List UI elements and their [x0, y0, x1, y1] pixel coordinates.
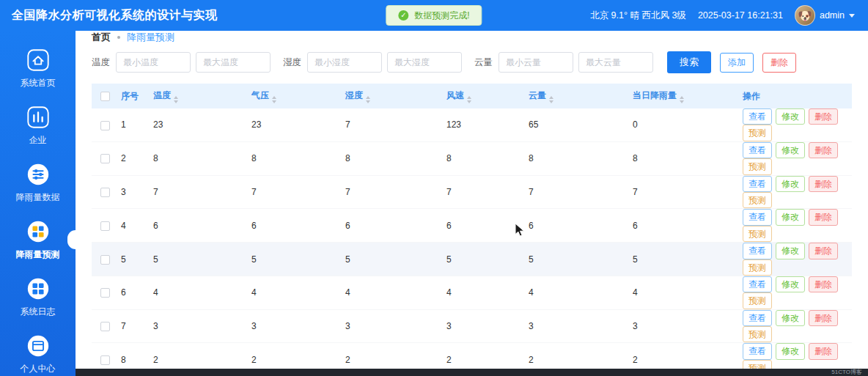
row-checkbox[interactable] [100, 121, 110, 130]
predict-row-button[interactable]: 预测 [743, 292, 772, 309]
sort-icon[interactable] [549, 96, 553, 103]
row-checkbox[interactable] [100, 288, 110, 298]
table-cell: 3 [630, 309, 740, 343]
delete-row-button[interactable]: 删除 [809, 176, 838, 192]
sidebar-item-home[interactable]: 系统首页 [0, 40, 76, 97]
table-cell: 5 [342, 243, 444, 276]
predict-row-button[interactable]: 预测 [743, 158, 772, 174]
min-cloud-input[interactable] [499, 52, 573, 73]
grid-color-icon [26, 219, 51, 244]
table-cell: 4 [444, 276, 526, 309]
table-cell: 7 [342, 108, 444, 141]
table-cell: 6 [150, 209, 249, 243]
select-all-checkbox[interactable] [100, 92, 110, 101]
edit-row-button[interactable]: 修改 [776, 276, 805, 292]
predict-row-button[interactable]: 预测 [743, 326, 772, 342]
edit-row-button[interactable]: 修改 [776, 142, 805, 158]
table-cell: 4 [342, 276, 444, 309]
table-cell: 3 [342, 309, 444, 343]
delete-row-button[interactable]: 删除 [809, 108, 838, 125]
delete-button[interactable]: 删除 [762, 53, 796, 73]
table-row: 7333333查看修改删除预测 [92, 309, 852, 343]
row-checkbox[interactable] [100, 322, 110, 331]
breadcrumb-home[interactable]: 首页 [92, 31, 111, 44]
min-humidity-input[interactable] [307, 52, 382, 73]
edit-row-button[interactable]: 修改 [776, 310, 805, 326]
predict-row-button[interactable]: 预测 [743, 125, 772, 141]
row-checkbox[interactable] [100, 255, 110, 265]
table-row: 4666666查看修改删除预测 [92, 209, 852, 243]
sidebar-item-system-log[interactable]: 系统日志 [0, 268, 76, 325]
table-cell: 8 [249, 141, 342, 175]
weather-info: 北京 9.1° 晴 西北风 3级 [590, 10, 686, 22]
table-cell: 6 [118, 276, 150, 309]
max-temperature-input[interactable] [196, 52, 271, 73]
row-checkbox[interactable] [100, 154, 110, 163]
sort-icon[interactable] [680, 96, 684, 103]
sidebar-item-rainfall-data[interactable]: 降雨量数据 [0, 154, 76, 211]
view-row-button[interactable]: 查看 [743, 310, 772, 326]
success-check-icon: ✓ [398, 10, 408, 21]
top-header: 全国降水分析可视化系统的设计与实现 ✓ 数据预测完成! 北京 9.1° 晴 西北… [0, 0, 868, 31]
predict-row-button[interactable]: 预测 [743, 226, 772, 242]
edit-row-button[interactable]: 修改 [776, 243, 805, 259]
data-table-wrap: 序号温度气压湿度风速云量当日降雨量操作 123237123650查看修改删除预测… [92, 84, 852, 376]
delete-row-button[interactable]: 删除 [809, 310, 838, 326]
edit-row-button[interactable]: 修改 [776, 343, 805, 359]
delete-row-button[interactable]: 删除 [809, 276, 838, 292]
sort-icon[interactable] [366, 96, 370, 103]
view-row-button[interactable]: 查看 [743, 243, 772, 259]
table-cell: 4 [249, 276, 342, 309]
min-temperature-input[interactable] [116, 52, 191, 73]
column-header[interactable]: 温度 [150, 84, 249, 108]
view-row-button[interactable]: 查看 [743, 209, 772, 225]
row-checkbox[interactable] [100, 221, 110, 231]
edit-row-button[interactable]: 修改 [776, 108, 805, 125]
table-cell: 7 [249, 175, 342, 209]
table-cell: 6 [342, 209, 444, 243]
sidebar-item-rainfall-forecast[interactable]: 降雨量预测 [0, 211, 76, 268]
breadcrumb-current: 降雨量预测 [127, 31, 174, 44]
delete-row-button[interactable]: 删除 [809, 209, 838, 225]
view-row-button[interactable]: 查看 [743, 142, 772, 158]
sort-icon[interactable] [467, 96, 471, 103]
predict-row-button[interactable]: 预测 [743, 192, 772, 208]
column-header[interactable]: 云量 [526, 84, 630, 108]
table-cell: 6 [630, 209, 740, 243]
table-cell: 8 [526, 141, 630, 175]
edit-row-button[interactable]: 修改 [776, 176, 805, 192]
row-actions: 查看修改删除预测 [740, 243, 852, 276]
column-header[interactable]: 湿度 [342, 84, 444, 108]
user-menu[interactable]: 🐶 admin [795, 5, 855, 26]
add-button[interactable]: 添加 [720, 53, 754, 73]
column-header[interactable]: 气压 [249, 84, 342, 108]
max-cloud-input[interactable] [578, 52, 653, 73]
sidebar-item-profile[interactable]: 个人中心 [0, 325, 76, 376]
view-row-button[interactable]: 查看 [743, 176, 772, 192]
sort-icon[interactable] [174, 96, 178, 103]
table-cell: 5 [526, 243, 630, 276]
delete-row-button[interactable]: 删除 [809, 343, 838, 359]
view-row-button[interactable]: 查看 [743, 343, 772, 359]
edit-row-button[interactable]: 修改 [776, 209, 805, 225]
sort-icon[interactable] [272, 96, 276, 103]
row-checkbox[interactable] [100, 355, 110, 365]
table-cell: 7 [342, 175, 444, 209]
sidebar-item-enterprise[interactable]: 企业 [0, 97, 76, 154]
row-checkbox[interactable] [100, 188, 110, 197]
search-button[interactable]: 搜索 [667, 51, 711, 73]
max-humidity-input[interactable] [387, 52, 462, 73]
column-header[interactable]: 当日降雨量 [630, 84, 740, 108]
table-cell: 23 [249, 108, 342, 141]
app-title: 全国降水分析可视化系统的设计与实现 [0, 8, 218, 23]
table-cell: 7 [526, 175, 630, 209]
view-row-button[interactable]: 查看 [743, 108, 772, 125]
table-cell: 7 [150, 175, 249, 209]
column-header[interactable]: 风速 [444, 84, 526, 108]
delete-row-button[interactable]: 删除 [809, 243, 838, 259]
delete-row-button[interactable]: 删除 [809, 142, 838, 158]
sidebar-item-label: 系统首页 [21, 77, 56, 89]
table-cell: 3 [526, 309, 630, 343]
view-row-button[interactable]: 查看 [743, 276, 772, 292]
predict-row-button[interactable]: 预测 [743, 259, 772, 276]
